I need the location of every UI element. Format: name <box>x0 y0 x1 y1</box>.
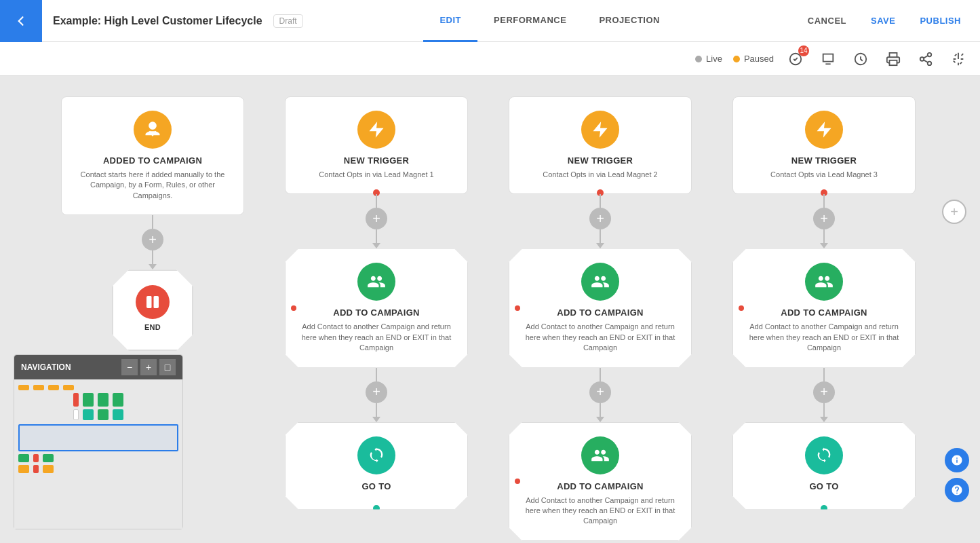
trigger-icon-1 <box>134 111 172 149</box>
add-campaign-icon-2-1 <box>357 263 395 301</box>
pin-icon[interactable] <box>947 48 969 70</box>
svg-point-2 <box>920 57 924 61</box>
end-icon <box>136 285 170 319</box>
nav-actions: CANCEL SAVE PUBLISH <box>797 0 980 42</box>
trigger-title-1: ADDED TO CAMPAIGN <box>103 155 202 166</box>
add-campaign-title-2-1: ADD TO CAMPAIGN <box>333 307 420 318</box>
trigger-desc-3: Contact Opts in via Lead Magnet 2 <box>543 170 657 180</box>
goto-dot-2 <box>373 505 380 512</box>
add-step-button-4-2[interactable]: + <box>813 381 835 403</box>
badge: 14 <box>798 45 809 56</box>
add-campaign-icon-3-1 <box>581 263 619 301</box>
trigger-desc-2: Contact Opts in via Lead Magnet 1 <box>319 170 433 180</box>
toolbar-icons: 14 <box>785 48 969 70</box>
trigger-desc-4: Contact Opts via Lead Magnet 3 <box>770 170 878 180</box>
info-button[interactable] <box>945 448 969 472</box>
add-campaign-desc-3-2: Add Contact to another Campaign and retu… <box>520 495 680 527</box>
add-campaign-desc-3-1: Add Contact to another Campaign and retu… <box>520 322 680 353</box>
history-icon[interactable] <box>850 48 871 70</box>
flow-column-2: NEW TRIGGER Contact Opts in via Lead Mag… <box>264 96 488 541</box>
svg-rect-0 <box>890 60 897 64</box>
trigger-node-4[interactable]: NEW TRIGGER Contact Opts via Lead Magnet… <box>732 96 916 194</box>
live-label: Live <box>706 54 722 64</box>
goto-title-2: GO TO <box>361 481 391 491</box>
trigger-icon-2 <box>357 111 395 149</box>
paused-dot <box>733 56 740 62</box>
navigation-panel: NAVIGATION − + □ <box>14 354 183 529</box>
add-campaign-title-4-1: ADD TO CAMPAIGN <box>781 307 867 318</box>
trigger-node-3[interactable]: NEW TRIGGER Contact Opts in via Lead Mag… <box>509 96 692 194</box>
add-step-button-2-2[interactable]: + <box>366 381 387 403</box>
trigger-icon-3 <box>581 111 619 149</box>
add-step-button-3-1[interactable]: + <box>589 208 611 229</box>
print-icon[interactable] <box>882 48 904 70</box>
status-area: Live Paused <box>695 54 774 64</box>
add-campaign-desc-2-1: Add Contact to another Campaign and retu… <box>296 322 456 353</box>
zoom-out-button[interactable]: − <box>121 359 138 375</box>
svg-line-4 <box>924 60 928 62</box>
save-button[interactable]: SAVE <box>860 0 906 42</box>
toolbar: Live Paused 14 <box>0 42 980 76</box>
trigger-title-4: NEW TRIGGER <box>791 155 857 166</box>
goto-node-4[interactable]: GO TO <box>732 422 916 510</box>
nav-panel-title: NAVIGATION <box>21 362 71 372</box>
trigger-desc-1: Contact starts here if added manually to… <box>73 170 233 201</box>
connector-3-2: + <box>589 368 611 422</box>
tab-projection[interactable]: PROJECTION <box>583 0 676 42</box>
svg-point-3 <box>928 61 932 65</box>
help-button[interactable] <box>945 478 969 502</box>
nav-panel-content <box>14 379 182 529</box>
add-campaign-title-3-2: ADD TO CAMPAIGN <box>557 481 644 491</box>
add-column-button[interactable]: + <box>942 200 966 224</box>
top-navbar: Example: High Level Customer Lifecycle D… <box>0 0 980 42</box>
end-title: END <box>144 323 161 331</box>
trigger-icon-4 <box>805 111 843 149</box>
goto-title-4: GO TO <box>809 481 838 491</box>
svg-line-5 <box>924 55 928 58</box>
workflow-canvas: ADDED TO CAMPAIGN Contact starts here if… <box>0 76 980 543</box>
add-campaign-node-3-1[interactable]: ADD TO CAMPAIGN Add Contact to another C… <box>509 248 692 367</box>
cancel-button[interactable]: CANCEL <box>797 0 857 42</box>
end-node[interactable]: END <box>112 269 193 351</box>
goto-icon-4 <box>805 436 843 474</box>
svg-point-1 <box>928 52 932 56</box>
fab-buttons <box>945 448 969 502</box>
add-campaign-icon-4-1 <box>805 263 843 301</box>
flow-column-3: NEW TRIGGER Contact Opts in via Lead Mag… <box>488 96 712 541</box>
trigger-node-2[interactable]: NEW TRIGGER Contact Opts in via Lead Mag… <box>285 96 468 194</box>
add-campaign-title-3-1: ADD TO CAMPAIGN <box>557 307 644 318</box>
add-step-button-3-2[interactable]: + <box>589 381 611 403</box>
trigger-node-1[interactable]: ADDED TO CAMPAIGN Contact starts here if… <box>61 96 244 215</box>
add-campaign-node-2-1[interactable]: ADD TO CAMPAIGN Add Contact to another C… <box>285 248 468 367</box>
add-campaign-node-4-1[interactable]: ADD TO CAMPAIGN Add Contact to another C… <box>732 248 916 367</box>
connector-4-1: + <box>813 194 835 248</box>
trigger-title-3: NEW TRIGGER <box>568 155 633 166</box>
trigger-title-2: NEW TRIGGER <box>344 155 409 166</box>
zoom-in-button[interactable]: + <box>140 359 157 375</box>
add-campaign-icon-3-2 <box>581 436 619 474</box>
nav-panel-controls: − + □ <box>121 359 176 375</box>
live-dot <box>695 56 702 62</box>
flow-column-4: NEW TRIGGER Contact Opts via Lead Magnet… <box>712 96 936 541</box>
checkmark-icon[interactable]: 14 <box>785 48 806 70</box>
message-icon[interactable] <box>817 48 839 70</box>
goto-node-2[interactable]: GO TO <box>285 422 468 510</box>
share-icon[interactable] <box>915 48 937 70</box>
live-status: Live <box>695 54 722 64</box>
paused-label: Paused <box>744 54 774 64</box>
add-step-button-1-1[interactable]: + <box>142 229 163 250</box>
add-step-button-2-1[interactable]: + <box>366 208 387 229</box>
connector-4-2: + <box>813 368 835 422</box>
connector-3-1: + <box>589 194 611 248</box>
tab-edit[interactable]: EDIT <box>423 0 477 42</box>
draft-badge: Draft <box>273 14 303 28</box>
add-step-button-4-1[interactable]: + <box>813 208 835 229</box>
fit-view-button[interactable]: □ <box>159 359 176 375</box>
tab-performance[interactable]: PERFORMANCE <box>477 0 583 42</box>
connector-1-1: + <box>142 215 163 269</box>
add-campaign-node-3-2[interactable]: ADD TO CAMPAIGN Add Contact to another C… <box>509 422 692 541</box>
publish-button[interactable]: PUBLISH <box>909 0 972 42</box>
back-button[interactable] <box>0 0 42 42</box>
nav-panel-header: NAVIGATION − + □ <box>14 355 182 379</box>
goto-dot-4 <box>821 505 827 512</box>
